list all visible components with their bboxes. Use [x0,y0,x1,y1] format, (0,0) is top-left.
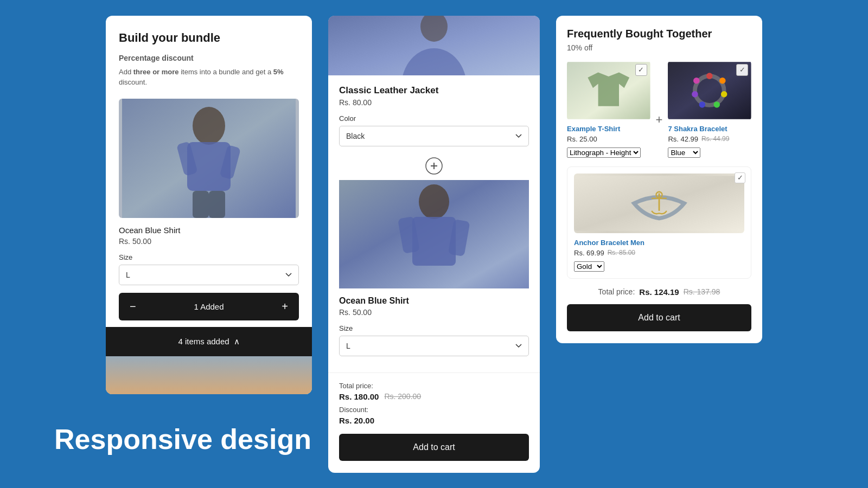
left-card: Build your bundle Percentage discount Ad… [106,16,312,394]
svg-point-2 [193,107,225,145]
svg-rect-6 [193,191,209,218]
items-preview-strip [106,356,312,394]
items-added-caret: ∧ [234,337,240,346]
right-add-to-cart-button[interactable]: Add to cart [567,304,751,331]
fbt-item-tshirt: ✓ Example T-Shirt Rs. 25.00 Lithograph -… [567,61,650,158]
svg-point-24 [706,73,713,79]
product-image-left [119,99,299,218]
fbt-top-pair: ✓ Example T-Shirt Rs. 25.00 Lithograph -… [567,61,751,158]
qty-added-label: 1 Added [194,302,224,311]
jacket-top-image [328,16,540,75]
left-size-select[interactable]: L XS S M XL [119,265,299,285]
anchor-bracelet-prices: Rs. 69.99 Rs. 85.00 [574,249,744,257]
main-container: Build your bundle Percentage discount Ad… [0,5,868,484]
svg-point-28 [699,101,706,108]
tshirt-checkbox[interactable]: ✓ [635,64,647,76]
anchor-bracelet-old-price: Rs. 85.00 [608,249,635,256]
fbt-discount-badge: 10% off [567,43,751,52]
discount-label: Discount: [339,406,529,414]
anchor-bracelet-variant-select[interactable]: Gold Silver Black [574,261,604,272]
svg-point-27 [714,101,720,108]
tshirt-variant-select[interactable]: Lithograph - Height [567,147,641,158]
middle-product1-name: Classic Leather Jacket [339,85,529,96]
total-label: Total price: [339,382,529,390]
bracelet-prices: Rs. 42.99 Rs. 44.99 [668,135,751,143]
svg-rect-9 [106,356,312,394]
fbt-plus-separator: + [656,61,663,158]
right-total-label: Total price: [598,287,635,296]
bracelet-variant-select[interactable]: Blue Red Green [668,147,700,158]
middle-product2-price: Rs. 50.00 [339,308,529,317]
tshirt-prices: Rs. 25.00 [567,135,650,143]
right-total-price-row: Total price: Rs. 124.19 Rs. 137.98 [567,287,751,297]
right-total-old-price: Rs. 137.98 [684,287,720,296]
right-card: Frequently Bought Together 10% off [556,16,762,343]
bracelet-checkbox[interactable]: ✓ [736,64,748,76]
responsive-design-label: Responsive design [54,423,311,455]
anchor-bracelet-name: Anchor Bracelet Men [574,239,744,247]
build-title: Build your bundle [119,31,299,45]
svg-point-25 [719,78,726,84]
bracelet-img-wrap: ✓ [668,61,751,120]
svg-point-17 [419,184,449,219]
divider [328,373,540,373]
tshirt-name: Example T-Shirt [567,125,650,133]
anchor-bracelet-price: Rs. 69.99 [574,249,604,257]
middle-card-body: Classic Leather Jacket Rs. 80.00 Color B… [328,75,540,473]
svg-point-26 [721,91,727,97]
discount-type: Percentage discount [119,54,299,62]
left-size-label: Size [119,253,299,261]
fbt-anchor-bracelet: ✓ [567,166,751,279]
qty-minus-icon[interactable]: − [126,300,139,313]
total-old-price: Rs. 200.00 [384,392,421,401]
plus-circle [339,157,529,175]
bracelet-name: 7 Shakra Bracelet [668,125,751,133]
shirt-product-image [339,180,529,288]
anchor-bracelet-checkbox[interactable]: ✓ [735,172,745,183]
left-product-price: Rs. 50.00 [119,237,299,246]
tshirt-img-wrap: ✓ [567,61,650,120]
middle-size-select[interactable]: L XS S M XL [339,336,529,356]
qty-plus-icon[interactable]: + [278,300,291,313]
middle-color-select[interactable]: Black Brown Tan [339,126,529,146]
middle-card: Classic Leather Jacket Rs. 80.00 Color B… [328,16,540,473]
bracelet-old-price: Rs. 44.99 [701,135,729,143]
fbt-title: Frequently Bought Together [567,28,751,40]
tshirt-price: Rs. 25.00 [567,135,597,143]
discount-amount: Rs. 20.00 [339,416,529,425]
svg-rect-18 [412,217,456,266]
middle-color-label: Color [339,114,529,123]
svg-rect-7 [209,191,225,218]
svg-point-30 [693,78,700,84]
items-added-label: 4 items added [178,337,229,346]
bracelet-price: Rs. 42.99 [668,135,698,143]
middle-size-label: Size [339,324,529,332]
middle-add-to-cart-button[interactable]: Add to cart [339,434,529,461]
discount-desc: Add three or more items into a bundle an… [119,67,299,88]
left-product-name: Ocean Blue Shirt [119,226,299,235]
right-total-price: Rs. 124.19 [639,287,679,297]
anchor-bracelet-image [574,174,744,233]
items-added-button[interactable]: 4 items added ∧ [106,327,312,356]
middle-product2-name: Ocean Blue Shirt [339,296,529,306]
svg-point-29 [692,91,699,97]
qty-button[interactable]: − 1 Added + [119,293,299,320]
total-main-price: Rs. 180.00 [339,392,379,401]
total-price-row: Rs. 180.00 Rs. 200.00 [339,392,529,401]
fbt-item-bracelet: ✓ 7 Shakra Bracelet Rs. 42.99 Rs. 44.99 … [668,61,751,158]
middle-product1-price: Rs. 80.00 [339,98,529,107]
